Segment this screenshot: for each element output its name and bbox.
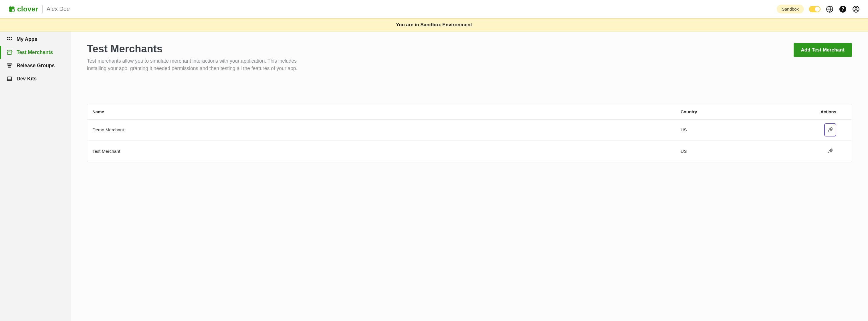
sidebar-item-my-apps[interactable]: My Apps (0, 33, 71, 46)
sandbox-toggle[interactable] (809, 6, 820, 12)
sidebar-item-label: My Apps (17, 36, 37, 42)
merchant-name: Test Merchant (92, 149, 681, 154)
add-test-merchant-button[interactable]: Add Test Merchant (794, 43, 852, 57)
column-header-name: Name (92, 109, 681, 114)
merchant-country: US (681, 149, 784, 154)
rocket-icon (827, 148, 833, 155)
table-row: Test Merchant US (87, 141, 852, 162)
page-header: Test Merchants Test merchants allow you … (87, 43, 852, 72)
table-body: Demo Merchant US Test Merchant US (87, 120, 852, 162)
svg-rect-12 (7, 39, 8, 40)
sidebar-item-release-groups[interactable]: Release Groups (0, 59, 71, 72)
svg-rect-9 (7, 37, 8, 38)
account-icon[interactable] (852, 5, 860, 13)
merchant-country: US (681, 127, 784, 132)
table-row: Demo Merchant US (87, 120, 852, 141)
svg-rect-17 (8, 67, 10, 68)
page-title: Test Merchants (87, 43, 316, 55)
stack-icon (6, 62, 12, 69)
topbar: clover Alex Doe Sandbox ? (0, 0, 868, 18)
environment-pill: Sandbox (777, 5, 804, 13)
svg-rect-16 (8, 65, 11, 66)
column-header-country: Country (681, 109, 784, 114)
launch-merchant-button[interactable] (824, 145, 836, 158)
svg-rect-10 (9, 37, 10, 38)
svg-text:?: ? (841, 6, 844, 11)
svg-rect-13 (9, 39, 10, 40)
laptop-icon (6, 75, 12, 82)
page-description: Test merchants allow you to simulate mer… (87, 57, 316, 72)
rocket-icon (827, 126, 833, 134)
svg-rect-14 (11, 39, 12, 40)
table-header-row: Name Country Actions (87, 104, 852, 120)
app-shell: My Apps Test Merchants Release Groups De… (0, 31, 868, 321)
vertical-divider (42, 5, 43, 13)
merchants-table: Name Country Actions Demo Merchant US (87, 104, 852, 162)
user-display-name: Alex Doe (46, 6, 70, 12)
storefront-icon (6, 49, 12, 56)
sidebar-item-label: Release Groups (17, 63, 55, 69)
merchant-name: Demo Merchant (92, 127, 681, 132)
svg-rect-18 (7, 77, 12, 80)
sidebar: My Apps Test Merchants Release Groups De… (0, 31, 71, 321)
svg-point-8 (855, 7, 857, 9)
sidebar-item-label: Dev Kits (17, 76, 37, 82)
column-header-actions: Actions (784, 109, 846, 114)
sidebar-item-test-merchants[interactable]: Test Merchants (0, 46, 71, 59)
environment-banner: You are in Sandbox Environment (0, 18, 868, 31)
launch-merchant-button[interactable] (824, 123, 836, 136)
brand-name: clover (17, 5, 38, 13)
svg-rect-11 (11, 37, 12, 38)
sidebar-item-label: Test Merchants (17, 50, 53, 56)
brand: clover (8, 5, 38, 13)
clover-logo-icon (8, 5, 16, 13)
grid-icon (6, 36, 12, 42)
globe-icon[interactable] (826, 5, 834, 13)
topbar-actions: Sandbox ? (777, 5, 860, 13)
svg-rect-15 (7, 64, 12, 65)
main-content: Test Merchants Test merchants allow you … (71, 31, 868, 321)
sidebar-item-dev-kits[interactable]: Dev Kits (0, 72, 71, 85)
help-icon[interactable]: ? (839, 5, 847, 13)
